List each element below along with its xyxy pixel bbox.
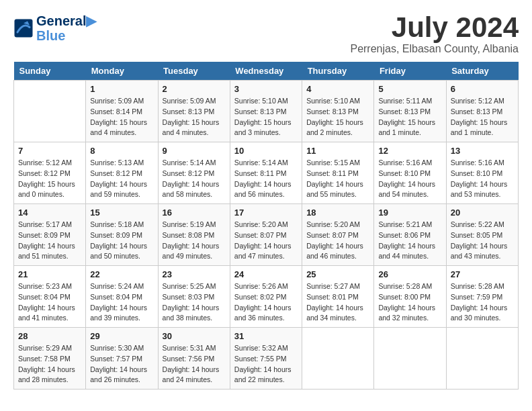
calendar-cell: 6Sunrise: 5:12 AMSunset: 8:13 PMDaylight… [446, 81, 518, 142]
day-number: 17 [234, 208, 298, 218]
day-info: Sunrise: 5:19 AMSunset: 8:08 PMDaylight:… [163, 220, 226, 262]
day-info: Sunrise: 5:13 AMSunset: 8:12 PMDaylight:… [90, 158, 153, 200]
calendar-week-row: 1Sunrise: 5:09 AMSunset: 8:14 PMDaylight… [14, 81, 519, 142]
calendar-cell: 23Sunrise: 5:25 AMSunset: 8:03 PMDayligh… [158, 266, 230, 328]
day-number: 7 [18, 146, 81, 156]
day-info: Sunrise: 5:20 AMSunset: 8:07 PMDaylight:… [234, 220, 298, 262]
logo-subtext: Blue [36, 28, 96, 43]
weekday-header: Wednesday [230, 62, 302, 81]
calendar-cell: 26Sunrise: 5:28 AMSunset: 8:00 PMDayligh… [374, 266, 446, 328]
day-info: Sunrise: 5:27 AMSunset: 8:01 PMDaylight:… [306, 281, 369, 324]
day-info: Sunrise: 5:32 AMSunset: 7:55 PMDaylight:… [234, 343, 298, 385]
day-number: 15 [90, 208, 153, 218]
calendar-cell: 7Sunrise: 5:12 AMSunset: 8:12 PMDaylight… [14, 142, 86, 204]
weekday-header: Friday [374, 62, 446, 81]
day-info: Sunrise: 5:12 AMSunset: 8:13 PMDaylight:… [451, 96, 514, 138]
weekday-header: Sunday [14, 62, 86, 81]
calendar-cell: 30Sunrise: 5:31 AMSunset: 7:56 PMDayligh… [158, 328, 230, 390]
calendar-cell: 31Sunrise: 5:32 AMSunset: 7:55 PMDayligh… [230, 328, 302, 390]
calendar-cell: 12Sunrise: 5:16 AMSunset: 8:10 PMDayligh… [374, 142, 446, 204]
page-header: General▶ Blue July 2024 Perrenjas, Elbas… [13, 13, 519, 55]
day-info: Sunrise: 5:09 AMSunset: 8:13 PMDaylight:… [163, 96, 226, 138]
day-number: 29 [90, 331, 153, 341]
calendar-week-row: 7Sunrise: 5:12 AMSunset: 8:12 PMDaylight… [14, 142, 519, 204]
calendar-cell: 10Sunrise: 5:14 AMSunset: 8:11 PMDayligh… [230, 142, 302, 204]
day-number: 30 [163, 331, 226, 341]
calendar-cell: 18Sunrise: 5:20 AMSunset: 8:07 PMDayligh… [302, 204, 374, 266]
day-info: Sunrise: 5:24 AMSunset: 8:04 PMDaylight:… [90, 281, 153, 324]
day-number: 12 [378, 146, 441, 156]
calendar-cell: 8Sunrise: 5:13 AMSunset: 8:12 PMDaylight… [86, 142, 158, 204]
weekday-row: SundayMondayTuesdayWednesdayThursdayFrid… [14, 62, 519, 81]
calendar-cell: 22Sunrise: 5:24 AMSunset: 8:04 PMDayligh… [86, 266, 158, 328]
calendar-cell: 20Sunrise: 5:22 AMSunset: 8:05 PMDayligh… [446, 204, 518, 266]
day-info: Sunrise: 5:18 AMSunset: 8:09 PMDaylight:… [90, 220, 153, 262]
day-info: Sunrise: 5:26 AMSunset: 8:02 PMDaylight:… [234, 281, 298, 324]
day-number: 13 [451, 146, 514, 156]
weekday-header: Saturday [446, 62, 518, 81]
day-info: Sunrise: 5:14 AMSunset: 8:12 PMDaylight:… [163, 158, 226, 200]
calendar-cell: 25Sunrise: 5:27 AMSunset: 8:01 PMDayligh… [302, 266, 374, 328]
day-info: Sunrise: 5:14 AMSunset: 8:11 PMDaylight:… [234, 158, 298, 200]
day-number: 22 [90, 269, 153, 279]
day-info: Sunrise: 5:29 AMSunset: 7:58 PMDaylight:… [18, 343, 81, 385]
svg-rect-0 [15, 19, 33, 38]
calendar-cell: 29Sunrise: 5:30 AMSunset: 7:57 PMDayligh… [86, 328, 158, 390]
title-block: July 2024 Perrenjas, Elbasan County, Alb… [350, 13, 519, 55]
calendar-cell: 14Sunrise: 5:17 AMSunset: 8:09 PMDayligh… [14, 204, 86, 266]
day-number: 18 [306, 208, 369, 218]
calendar-week-row: 14Sunrise: 5:17 AMSunset: 8:09 PMDayligh… [14, 204, 519, 266]
day-number: 21 [18, 269, 81, 279]
weekday-header: Monday [86, 62, 158, 81]
calendar-cell: 17Sunrise: 5:20 AMSunset: 8:07 PMDayligh… [230, 204, 302, 266]
day-info: Sunrise: 5:25 AMSunset: 8:03 PMDaylight:… [163, 281, 226, 324]
day-number: 5 [378, 84, 441, 94]
day-info: Sunrise: 5:10 AMSunset: 8:13 PMDaylight:… [306, 96, 369, 138]
day-info: Sunrise: 5:12 AMSunset: 8:12 PMDaylight:… [18, 158, 81, 200]
calendar-cell [446, 328, 518, 390]
location-subtitle: Perrenjas, Elbasan County, Albania [350, 43, 519, 55]
day-number: 20 [451, 208, 514, 218]
day-number: 6 [451, 84, 514, 94]
weekday-header: Thursday [302, 62, 374, 81]
day-number: 25 [306, 269, 369, 279]
calendar-cell: 11Sunrise: 5:15 AMSunset: 8:11 PMDayligh… [302, 142, 374, 204]
calendar-cell: 19Sunrise: 5:21 AMSunset: 8:06 PMDayligh… [374, 204, 446, 266]
month-title: July 2024 [350, 13, 519, 42]
day-info: Sunrise: 5:30 AMSunset: 7:57 PMDaylight:… [90, 343, 153, 385]
day-number: 8 [90, 146, 153, 156]
calendar-cell: 28Sunrise: 5:29 AMSunset: 7:58 PMDayligh… [14, 328, 86, 390]
day-number: 11 [306, 146, 369, 156]
calendar-week-row: 21Sunrise: 5:23 AMSunset: 8:04 PMDayligh… [14, 266, 519, 328]
calendar-cell: 9Sunrise: 5:14 AMSunset: 8:12 PMDaylight… [158, 142, 230, 204]
day-info: Sunrise: 5:17 AMSunset: 8:09 PMDaylight:… [18, 220, 81, 262]
logo-text: General▶ [36, 13, 96, 28]
calendar-cell: 27Sunrise: 5:28 AMSunset: 7:59 PMDayligh… [446, 266, 518, 328]
weekday-header: Tuesday [158, 62, 230, 81]
day-info: Sunrise: 5:23 AMSunset: 8:04 PMDaylight:… [18, 281, 81, 324]
calendar-cell: 1Sunrise: 5:09 AMSunset: 8:14 PMDaylight… [86, 81, 158, 142]
day-number: 27 [451, 269, 514, 279]
day-info: Sunrise: 5:20 AMSunset: 8:07 PMDaylight:… [306, 220, 369, 262]
day-number: 26 [378, 269, 441, 279]
day-info: Sunrise: 5:28 AMSunset: 7:59 PMDaylight:… [451, 281, 514, 324]
logo: General▶ Blue [13, 13, 96, 43]
day-number: 24 [234, 269, 298, 279]
day-number: 16 [163, 208, 226, 218]
calendar-cell: 16Sunrise: 5:19 AMSunset: 8:08 PMDayligh… [158, 204, 230, 266]
calendar-header: SundayMondayTuesdayWednesdayThursdayFrid… [14, 62, 519, 81]
calendar-cell [302, 328, 374, 390]
day-info: Sunrise: 5:16 AMSunset: 8:10 PMDaylight:… [378, 158, 441, 200]
calendar-cell: 13Sunrise: 5:16 AMSunset: 8:10 PMDayligh… [446, 142, 518, 204]
day-number: 2 [163, 84, 226, 94]
day-number: 23 [163, 269, 226, 279]
day-info: Sunrise: 5:11 AMSunset: 8:13 PMDaylight:… [378, 96, 441, 138]
day-number: 19 [378, 208, 441, 218]
calendar-cell [14, 81, 86, 142]
calendar-cell: 15Sunrise: 5:18 AMSunset: 8:09 PMDayligh… [86, 204, 158, 266]
logo-icon [13, 18, 34, 38]
day-info: Sunrise: 5:09 AMSunset: 8:14 PMDaylight:… [90, 96, 153, 138]
calendar-cell: 21Sunrise: 5:23 AMSunset: 8:04 PMDayligh… [14, 266, 86, 328]
day-info: Sunrise: 5:31 AMSunset: 7:56 PMDaylight:… [163, 343, 226, 385]
day-number: 28 [18, 331, 81, 341]
